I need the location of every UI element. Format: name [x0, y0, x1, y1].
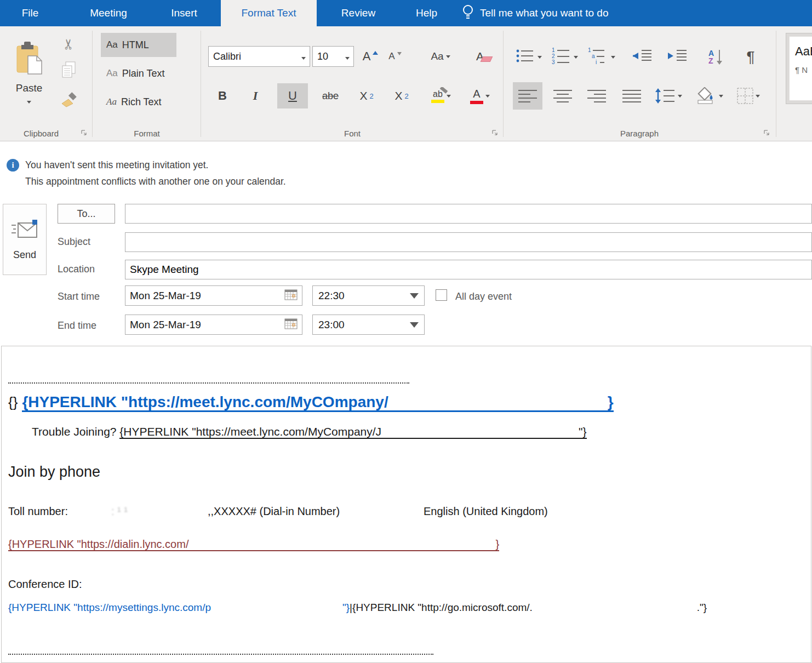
styles-gallery[interactable]: AaB ¶ N — [786, 33, 812, 104]
borders-button[interactable] — [732, 82, 765, 110]
start-time-combo[interactable]: 22:30 — [312, 285, 425, 306]
align-center-button[interactable] — [548, 82, 577, 110]
align-right-icon — [587, 89, 606, 103]
shrink-font-button[interactable]: A — [385, 46, 405, 67]
tab-file[interactable]: File — [11, 0, 49, 26]
subject-input[interactable] — [125, 232, 812, 252]
underline-button[interactable]: U — [277, 83, 308, 108]
strikethrough-button[interactable]: abe — [314, 83, 346, 108]
italic-button[interactable]: I — [244, 83, 266, 108]
increase-indent-icon — [667, 48, 688, 66]
help-link[interactable]: {HYPERLINK "http://go.microsoft.com/.."} — [352, 602, 707, 613]
underline-icon: U — [288, 89, 297, 103]
line-spacing-icon — [655, 88, 676, 104]
change-case-caret — [446, 55, 450, 58]
field-braces: {} — [8, 394, 18, 410]
show-paragraph-marks-button[interactable]: ¶ — [740, 46, 762, 68]
join-skype-meeting-link[interactable]: {HYPERLINK "https://meet.lync.com/MyCOmp… — [22, 393, 613, 412]
start-date-input[interactable]: Mon 25-Mar-19 — [125, 285, 302, 306]
to-button[interactable]: To... — [58, 204, 115, 224]
sort-arrow-icon — [716, 49, 723, 65]
align-right-button[interactable] — [582, 82, 611, 110]
tab-help[interactable]: Help — [411, 0, 442, 26]
end-date-calendar-icon[interactable] — [284, 317, 298, 332]
paste-clipboard-icon — [14, 41, 44, 79]
tab-meeting[interactable]: Meeting — [82, 0, 135, 26]
justify-button[interactable] — [617, 82, 647, 110]
paste-button[interactable]: Paste — [7, 31, 52, 113]
bold-button[interactable]: B — [210, 83, 235, 108]
font-size-combo[interactable]: 10 — [312, 46, 354, 67]
format-html-button[interactable]: Aa HTML — [101, 33, 176, 57]
cut-button[interactable]: ✂ — [58, 34, 80, 54]
numbering-button[interactable]: 1 2 3 — [549, 46, 581, 68]
toll-number-label: Toll number: — [8, 505, 68, 518]
superscript-icon: X — [394, 89, 402, 102]
tab-format-text[interactable]: Format Text — [221, 0, 317, 26]
font-dialog-launcher[interactable] — [491, 129, 499, 137]
bold-icon: B — [218, 89, 227, 103]
superscript-button[interactable]: X 2 — [388, 83, 415, 108]
align-left-button[interactable] — [513, 82, 542, 110]
trouble-joining-line: Trouble Joining? {HYPERLINK "https://mee… — [32, 425, 587, 438]
format-group-label: Format — [93, 129, 201, 138]
font-color-button[interactable]: A — [464, 83, 496, 108]
clipboard-dialog-launcher[interactable] — [80, 129, 88, 137]
format-rich-button[interactable]: Aa Rich Text — [101, 90, 176, 114]
all-day-checkbox[interactable] — [436, 289, 447, 301]
tell-me-box[interactable]: Tell me what you want to do — [462, 0, 608, 26]
find-local-number-link[interactable]: {HYPERLINK "https://dialin.lync.com/} — [8, 538, 499, 551]
pilcrow-icon: ¶ — [746, 48, 754, 66]
format-plain-label: Plain Text — [122, 68, 165, 79]
format-rich-label: Rich Text — [121, 96, 162, 108]
grow-font-button[interactable]: A — [359, 46, 381, 67]
lightbulb-icon — [462, 4, 474, 23]
sort-button[interactable]: A Z — [702, 46, 729, 68]
paragraph-dialog-launcher[interactable] — [763, 129, 771, 137]
font-name-combo[interactable]: Calibri — [208, 46, 310, 67]
clear-formatting-button[interactable]: A — [467, 46, 493, 67]
line-spacing-button[interactable] — [652, 82, 685, 110]
bullets-button[interactable] — [513, 46, 545, 68]
end-time-caret — [410, 322, 419, 328]
format-plain-button[interactable]: Aa Plain Text — [101, 61, 176, 85]
justify-icon — [622, 89, 641, 103]
text-highlight-button[interactable]: ab — [424, 83, 458, 108]
shading-icon — [695, 87, 717, 105]
info-icon: i — [7, 159, 19, 172]
forgot-pin-link[interactable]: {HYPERLINK "https://mysettings.lync.com/… — [8, 602, 350, 613]
style-name: ¶ N — [795, 65, 808, 75]
send-button[interactable]: Send — [3, 204, 47, 275]
join-skype-meeting-line: {}{HYPERLINK "https://meet.lync.com/MyCO… — [8, 393, 614, 411]
align-left-icon — [518, 89, 537, 103]
multilevel-list-button[interactable]: 1 a i — [585, 46, 618, 68]
numbering-icon: 1 2 3 — [552, 48, 571, 66]
location-input[interactable]: Skype Meeting — [125, 260, 812, 279]
end-time-combo[interactable]: 23:00 — [312, 315, 425, 335]
increase-indent-button[interactable] — [665, 46, 689, 68]
tell-me-label: Tell me what you want to do — [480, 7, 608, 19]
sort-az-icon: A Z — [708, 49, 714, 65]
paste-dropdown-caret[interactable] — [27, 101, 31, 104]
font-size-value: 10 — [317, 51, 328, 62]
to-input[interactable] — [125, 204, 812, 224]
copy-button[interactable] — [58, 60, 80, 82]
try-skype-web-app-link[interactable]: {HYPERLINK "https://meet.lync.com/MyComp… — [119, 425, 586, 439]
subscript-button[interactable]: X 2 — [353, 83, 380, 108]
subscript-icon: X — [359, 89, 367, 102]
paste-label: Paste — [16, 82, 43, 94]
end-date-input[interactable]: Mon 25-Mar-19 — [125, 315, 302, 335]
change-case-button[interactable]: Aa — [425, 46, 456, 67]
copy-icon — [61, 61, 77, 82]
shading-button[interactable] — [691, 82, 727, 110]
end-time-value: 23:00 — [318, 319, 345, 331]
message-body[interactable]: {}{HYPERLINK "https://meet.lync.com/MyCO… — [1, 346, 811, 663]
decrease-indent-button[interactable] — [630, 46, 654, 68]
tab-review[interactable]: Review — [336, 0, 380, 26]
format-painter-button[interactable] — [58, 90, 80, 112]
strikethrough-icon: abe — [322, 90, 339, 102]
start-date-calendar-icon[interactable] — [284, 288, 298, 303]
tab-insert[interactable]: Insert — [165, 0, 203, 26]
svg-text:1: 1 — [588, 48, 591, 53]
ribbon: Paste ✂ Clipboard Aa HTML Aa Pla — [0, 26, 812, 141]
